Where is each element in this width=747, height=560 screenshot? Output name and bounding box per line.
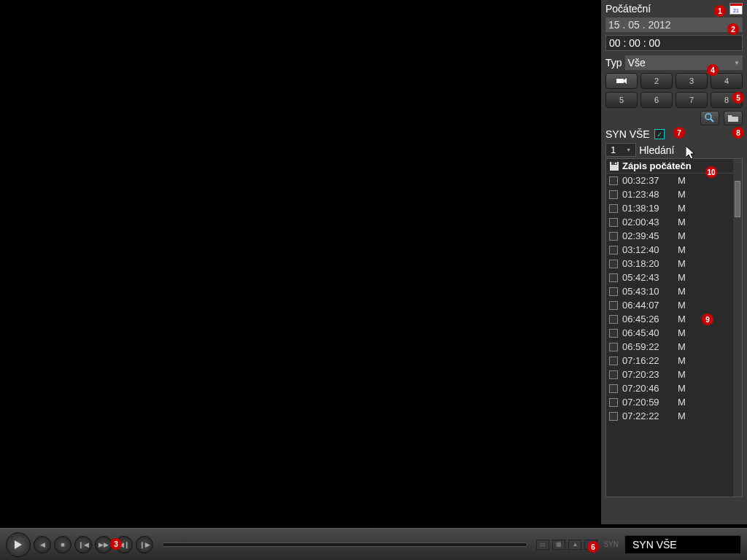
channel-grid: 2 3 4 5 6 7 8 xyxy=(605,73,743,108)
list-item-checkbox[interactable] xyxy=(609,176,618,185)
list-item[interactable]: 06:44:07M xyxy=(606,298,733,312)
syn-display: SYN VŠE xyxy=(624,535,741,554)
list-item-type: M xyxy=(678,314,686,324)
channel-button-2[interactable]: 2 xyxy=(640,73,673,89)
svg-line-3 xyxy=(711,119,713,122)
list-item[interactable]: 07:20:59M xyxy=(606,395,733,409)
play-button[interactable] xyxy=(6,532,31,557)
search-button[interactable] xyxy=(700,111,719,125)
list-item[interactable]: 03:18:20M xyxy=(606,257,733,271)
layout-button-1[interactable]: ▭ xyxy=(536,540,549,550)
svg-point-2 xyxy=(705,114,711,120)
start-date-label: Počáteční xyxy=(605,3,651,15)
marker-9: 9 xyxy=(702,314,713,325)
folder-icon xyxy=(727,114,739,122)
svg-marker-8 xyxy=(686,146,694,159)
slow-button[interactable]: ❙◀ xyxy=(74,536,92,553)
channel-button-6[interactable]: 6 xyxy=(640,92,673,108)
marker-8: 8 xyxy=(732,127,744,139)
list-item-time: 06:45:40 xyxy=(622,327,673,338)
list-item-checkbox[interactable] xyxy=(609,260,618,268)
svg-marker-1 xyxy=(624,78,627,84)
list-item[interactable]: 02:00:43M xyxy=(606,215,733,229)
list-item-time: 03:12:40 xyxy=(622,244,673,255)
list-item-time: 00:32:37 xyxy=(622,175,673,186)
channel-button-3[interactable]: 3 xyxy=(676,73,708,89)
list-item-time: 01:23:48 xyxy=(622,189,673,200)
list-item-type: M xyxy=(678,272,686,283)
list-item-time: 06:45:26 xyxy=(622,314,673,324)
number-select[interactable]: 1 ▼ xyxy=(605,143,636,157)
camera-icon xyxy=(616,77,627,85)
list-item-type: M xyxy=(678,355,686,366)
list-item-type: M xyxy=(678,217,686,228)
scrollbar[interactable] xyxy=(733,159,742,497)
scroll-thumb[interactable] xyxy=(735,181,740,217)
calendar-icon[interactable]: 21 xyxy=(729,3,743,15)
list-item[interactable]: 03:12:40M xyxy=(606,243,733,257)
list-item[interactable]: 06:45:40M xyxy=(606,326,733,340)
list-item-checkbox[interactable] xyxy=(609,246,618,254)
list-item-checkbox[interactable] xyxy=(609,357,618,365)
list-item[interactable]: 02:39:45M xyxy=(606,229,733,243)
prev-button[interactable]: ◀ xyxy=(34,536,51,553)
channel-button-7[interactable]: 7 xyxy=(676,92,708,108)
date-field[interactable]: 15 . 05 . 2012 xyxy=(605,18,743,32)
up-button[interactable]: ▲ xyxy=(568,540,581,550)
list-item-type: M xyxy=(678,203,686,214)
list-item-checkbox[interactable] xyxy=(609,412,618,421)
list-item-checkbox[interactable] xyxy=(609,370,618,379)
list-item[interactable]: 07:20:23M xyxy=(606,368,733,381)
list-item-type: M xyxy=(678,175,686,186)
layout-button-2[interactable]: ▦ xyxy=(552,540,565,550)
list-item-type: M xyxy=(678,244,686,255)
list-item-checkbox[interactable] xyxy=(609,329,618,338)
list-item-time: 03:18:20 xyxy=(622,258,673,269)
progress-bar[interactable] xyxy=(162,542,527,547)
list-item-checkbox[interactable] xyxy=(609,398,618,407)
list-item[interactable]: 07:22:22M xyxy=(606,409,733,423)
list-item-checkbox[interactable] xyxy=(609,343,618,351)
type-label: Typ xyxy=(605,57,622,69)
list-item-time: 01:38:19 xyxy=(622,203,673,214)
channel-button-1[interactable] xyxy=(605,73,638,89)
list-item[interactable]: 06:59:22M xyxy=(606,340,733,354)
list-item-checkbox[interactable] xyxy=(609,218,618,227)
list-item-checkbox[interactable] xyxy=(609,273,618,282)
list-item-checkbox[interactable] xyxy=(609,315,618,324)
channel-button-4[interactable]: 4 xyxy=(711,73,743,89)
list-item-time: 06:59:22 xyxy=(622,341,673,352)
channel-button-5[interactable]: 5 xyxy=(605,92,638,108)
list-item-checkbox[interactable] xyxy=(609,190,618,199)
list-item[interactable]: 06:45:26M xyxy=(606,312,733,326)
syn-all-label: SYN VŠE xyxy=(605,128,650,140)
stop-button[interactable]: ■ xyxy=(54,536,71,553)
marker-1: 1 xyxy=(714,5,726,17)
list-item-checkbox[interactable] xyxy=(609,301,618,310)
save-icon xyxy=(609,161,619,171)
type-select[interactable]: Vše ▼ xyxy=(625,55,743,70)
list-item[interactable]: 07:16:22M xyxy=(606,354,733,368)
list-item[interactable]: 05:43:10M xyxy=(606,284,733,298)
list-item-checkbox[interactable] xyxy=(609,384,618,393)
list-item-checkbox[interactable] xyxy=(609,232,618,241)
list-item-checkbox[interactable] xyxy=(609,204,618,213)
folder-button[interactable] xyxy=(724,111,743,125)
marker-10: 10 xyxy=(705,166,717,178)
list-item-time: 02:39:45 xyxy=(622,230,673,241)
step-fwd-button[interactable]: ❙▶ xyxy=(136,536,153,553)
svg-rect-6 xyxy=(615,163,616,164)
list-item-time: 07:20:23 xyxy=(622,369,673,380)
magnifier-icon xyxy=(705,113,715,123)
list-item-checkbox[interactable] xyxy=(609,287,618,296)
svg-rect-0 xyxy=(616,79,624,83)
time-field[interactable]: 00 : 00 : 00 xyxy=(605,35,743,51)
list-item[interactable]: 05:42:43M xyxy=(606,271,733,284)
list-item[interactable]: 01:38:19M xyxy=(606,201,733,215)
syn-all-checkbox[interactable]: ✓ xyxy=(654,129,665,139)
list-item[interactable]: 01:23:48M xyxy=(606,187,733,201)
marker-6: 6 xyxy=(587,541,599,553)
video-playback-area xyxy=(0,0,600,524)
list-item[interactable]: 07:20:46M xyxy=(606,381,733,395)
results-panel: Zápis počátečn 00:32:37M01:23:48M01:38:1… xyxy=(605,158,743,497)
